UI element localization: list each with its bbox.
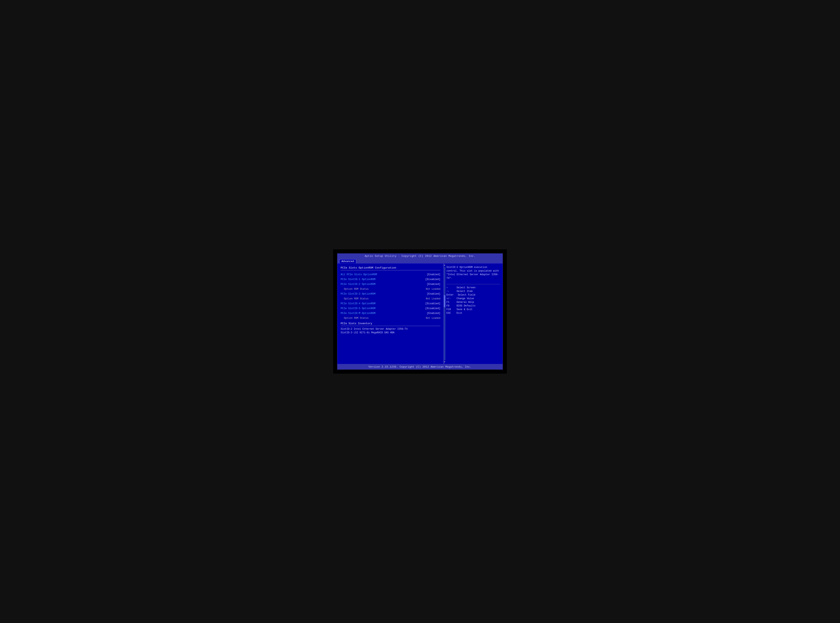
bios-footer: Version 2.15.1236. Copyright (C) 2012 Am… bbox=[337, 364, 503, 370]
menu-row-all-pcie[interactable]: All PCIe Slots OptionROM [Enabled] bbox=[341, 273, 440, 276]
sub-value-slot3: Not Loaded bbox=[426, 298, 440, 300]
scroll-track bbox=[444, 267, 445, 360]
inventory-item-0: SlotID:2 Intel Ethernet Server Adapter I… bbox=[341, 328, 440, 330]
key-desc-3: Change Value bbox=[457, 297, 474, 300]
inventory-section: PCIe Slots Inventory SlotID:2 Intel Ethe… bbox=[341, 322, 440, 334]
keybind-row-7: ESC Exit bbox=[446, 312, 500, 315]
sub-row-slotm: Option ROM Status Not Loaded bbox=[341, 317, 440, 319]
main-area: PCIe Slots OptionROM Configuration All P… bbox=[337, 263, 503, 364]
menu-value-slot3: [Enabled] bbox=[427, 293, 440, 295]
sub-value-slotm: Not Loaded bbox=[426, 317, 440, 319]
key-sym-2: Enter bbox=[446, 293, 458, 296]
menu-label-slot4: PCIe SlotID:4 OptionROM bbox=[341, 302, 375, 305]
key-desc-4: General Help bbox=[457, 301, 474, 304]
keybind-row-6: F10 Save & Exit bbox=[446, 308, 500, 311]
keybind-row-5: F9 BIOS Defaults bbox=[446, 304, 500, 307]
tab-bar: Advanced bbox=[337, 259, 503, 263]
sub-label-slot3: Option ROM Status bbox=[344, 298, 369, 300]
sub-label-slot2: Option ROM Status bbox=[344, 288, 369, 290]
key-sym-6: F10 bbox=[446, 308, 457, 311]
menu-label-slot5: PCIe SlotID:5 OptionROM bbox=[341, 307, 375, 310]
key-desc-2: Select Field bbox=[458, 293, 475, 296]
keybind-row-2: Enter Select Field bbox=[446, 293, 500, 296]
scrollbar[interactable]: ▲ ▼ bbox=[443, 264, 446, 364]
help-text: SlotID:2 OptionROM execution control. Th… bbox=[446, 265, 500, 280]
scroll-up-arrow: ▲ bbox=[444, 264, 445, 266]
key-sym-7: ESC bbox=[446, 312, 457, 315]
menu-row-slot2[interactable]: PCIe SlotID:2 OptionROM [Enabled] bbox=[341, 283, 440, 286]
keybind-row-3: +/- Change Value bbox=[446, 297, 500, 300]
menu-label-slot1: PCIe SlotID:1 OptionROM bbox=[341, 278, 375, 281]
menu-label-all-pcie: All PCIe Slots OptionROM bbox=[341, 273, 377, 276]
sub-row-slot3: Option ROM Status Not Loaded bbox=[341, 298, 440, 300]
key-sym-5: F9 bbox=[446, 304, 457, 307]
scroll-thumb bbox=[444, 295, 445, 307]
keybind-row-4: F1 General Help bbox=[446, 301, 500, 304]
menu-value-slot5: [Disabled] bbox=[425, 307, 440, 310]
tab-advanced[interactable]: Advanced bbox=[339, 259, 356, 263]
inventory-divider bbox=[341, 326, 440, 326]
key-desc-0: Select Screen bbox=[457, 286, 475, 289]
menu-label-slot3: PCIe SlotID:3 OptionROM bbox=[341, 293, 375, 295]
sub-value-slot2: Not Loaded bbox=[426, 288, 440, 290]
key-desc-5: BIOS Defaults bbox=[457, 304, 475, 307]
menu-value-all-pcie: [Enabled] bbox=[427, 273, 440, 276]
key-sym-0: ↔ bbox=[446, 286, 457, 289]
menu-row-slot5[interactable]: PCIe SlotID:5 OptionROM [Disabled] bbox=[341, 307, 440, 310]
menu-row-slot1[interactable]: PCIe SlotID:1 OptionROM [Disabled] bbox=[341, 278, 440, 281]
menu-label-slotm: PCIe SlotID:M OptionROM bbox=[341, 312, 375, 315]
menu-row-slot4[interactable]: PCIe SlotID:4 OptionROM [Disabled] bbox=[341, 302, 440, 305]
scroll-down-arrow: ▼ bbox=[444, 361, 445, 363]
key-desc-6: Save & Exit bbox=[457, 308, 472, 311]
footer-text: Version 2.15.1236. Copyright (C) 2012 Am… bbox=[369, 365, 471, 368]
key-sym-3: +/- bbox=[446, 297, 457, 300]
key-sym-1: ↑↓ bbox=[446, 290, 457, 293]
menu-row-slot3[interactable]: PCIe SlotID:3 OptionROM [Enabled] bbox=[341, 293, 440, 295]
keybind-row-1: ↑↓ Select Item bbox=[446, 290, 500, 293]
left-panel: PCIe Slots OptionROM Configuration All P… bbox=[337, 264, 444, 364]
menu-value-slot1: [Disabled] bbox=[425, 278, 440, 281]
menu-label-slot2: PCIe SlotID:2 OptionROM bbox=[341, 283, 375, 286]
help-divider bbox=[446, 284, 500, 284]
menu-value-slotm: [Enabled] bbox=[427, 312, 440, 315]
menu-row-slotm[interactable]: PCIe SlotID:M OptionROM [Enabled] bbox=[341, 312, 440, 315]
right-panel: SlotID:2 OptionROM execution control. Th… bbox=[444, 264, 503, 364]
key-sym-4: F1 bbox=[446, 301, 457, 304]
keybind-row-0: ↔ Select Screen bbox=[446, 286, 500, 289]
menu-value-slot2: [Enabled] bbox=[427, 283, 440, 286]
header-title: Aptio Setup Utility - Copyright (C) 2012… bbox=[365, 255, 475, 258]
menu-value-slot4: [Disabled] bbox=[425, 302, 440, 305]
bios-screen: Aptio Setup Utility - Copyright (C) 2012… bbox=[333, 249, 507, 374]
sub-label-slotm: Option ROM Status bbox=[344, 317, 369, 319]
section-title: PCIe Slots OptionROM Configuration bbox=[341, 266, 440, 269]
sub-row-slot2: Option ROM Status Not Loaded bbox=[341, 288, 440, 290]
tab-label: Advanced bbox=[342, 260, 354, 263]
inventory-item-1: SlotID:3 LSI 9271-8i MegaRAID SAS HBA bbox=[341, 331, 440, 334]
section-divider bbox=[341, 270, 440, 270]
key-desc-7: Exit bbox=[457, 312, 462, 315]
bios-header: Aptio Setup Utility - Copyright (C) 2012… bbox=[337, 253, 503, 259]
inventory-title: PCIe Slots Inventory bbox=[341, 322, 440, 325]
key-desc-1: Select Item bbox=[457, 290, 472, 293]
keybinds-list: ↔ Select Screen ↑↓ Select Item Enter Sel… bbox=[446, 286, 500, 315]
